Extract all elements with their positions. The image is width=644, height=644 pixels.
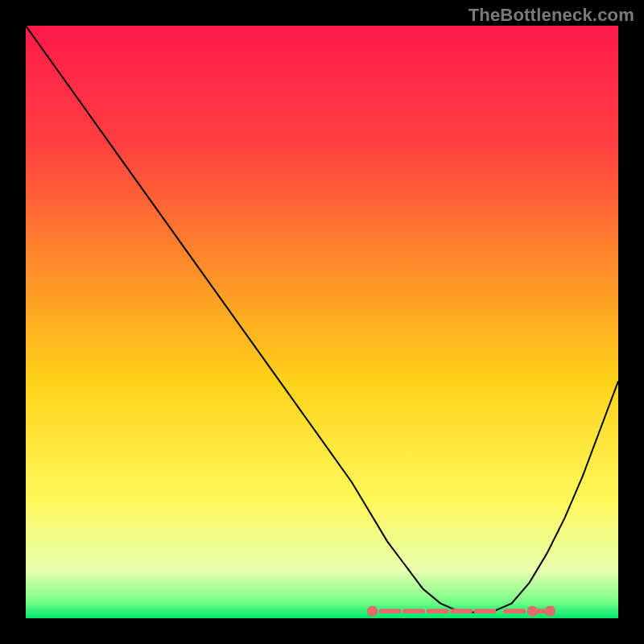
- marker-dot: [367, 606, 378, 617]
- marker-dot: [527, 606, 538, 617]
- watermark-text: TheBottleneck.com: [469, 5, 634, 26]
- gradient-background: [26, 26, 618, 618]
- chart-frame: [26, 26, 618, 618]
- marker-dot: [545, 606, 555, 617]
- chart-plot: [26, 26, 618, 618]
